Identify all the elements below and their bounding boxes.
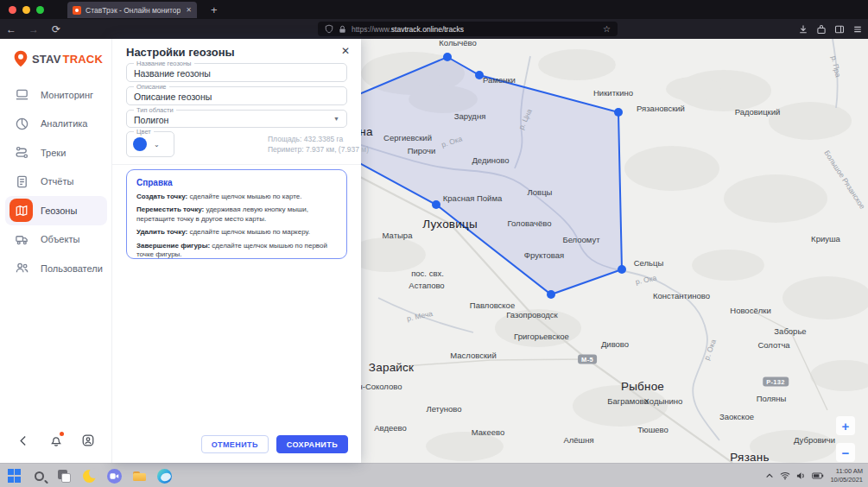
map-place-label: Сельцы bbox=[634, 258, 664, 268]
tab-title: СтавТрэк - Онлайн мониторин bbox=[86, 6, 181, 15]
sidebar-item-tracks[interactable]: Треки bbox=[5, 138, 107, 168]
map-place-label: Алёшня bbox=[563, 435, 593, 445]
users-icon bbox=[14, 261, 29, 276]
sidebar: STAV TRACK МониторингАналитикаТрекиОтчёт… bbox=[0, 39, 112, 463]
map-place-label: Газопроводск bbox=[506, 310, 558, 319]
url-prefix: https://www. bbox=[352, 25, 391, 34]
tab-favicon bbox=[73, 6, 81, 15]
cancel-button[interactable]: ОТМЕНИТЬ bbox=[201, 435, 269, 453]
polygon-vertex-marker[interactable] bbox=[432, 200, 440, 209]
map-place-label: Ходынино bbox=[644, 396, 683, 406]
help-item: Завершение фигуры: сделайте щелчок мышью… bbox=[136, 242, 337, 260]
panel-divider bbox=[112, 164, 361, 165]
menu-icon[interactable] bbox=[852, 24, 863, 35]
navbar-right-icons bbox=[798, 19, 863, 39]
map-place-label: Дубровичи bbox=[794, 435, 835, 445]
color-picker[interactable]: Цвет ⌄ bbox=[126, 131, 174, 157]
sidebar-nav: МониторингАналитикаТрекиОтчётыГеозоныОбъ… bbox=[0, 80, 112, 283]
wifi-icon[interactable] bbox=[780, 471, 790, 480]
battery-icon[interactable] bbox=[812, 472, 824, 479]
map-place-label: Раменки bbox=[483, 75, 516, 85]
help-card: Справка Создать точку: сделайте щелчок м… bbox=[126, 169, 347, 259]
sidebar-item-label: Аналитика bbox=[41, 118, 87, 129]
geozone-description-label: Описание bbox=[134, 83, 169, 91]
tracks-icon bbox=[14, 145, 29, 161]
extensions-icon[interactable] bbox=[816, 24, 827, 35]
download-icon[interactable] bbox=[798, 24, 808, 35]
search-icon[interactable] bbox=[32, 469, 47, 484]
monitor-icon bbox=[14, 87, 29, 103]
sidebar-item-label: Объекты bbox=[41, 234, 79, 244]
tab-close-icon[interactable]: ✕ bbox=[186, 6, 192, 14]
teams-chat-icon[interactable] bbox=[107, 469, 122, 484]
polygon-vertex-marker[interactable] bbox=[618, 265, 626, 274]
shield-icon bbox=[325, 24, 333, 34]
tray-chevron-icon[interactable] bbox=[765, 472, 774, 479]
sidebar-toggle-icon[interactable] bbox=[834, 24, 845, 35]
map-place-label: Новосёлки bbox=[730, 306, 770, 315]
area-type-label: Тип области bbox=[134, 106, 176, 114]
polygon-vertex-marker[interactable] bbox=[443, 53, 452, 61]
map-place-label: Матыра bbox=[383, 231, 413, 240]
back-icon[interactable]: ← bbox=[0, 23, 22, 35]
window-minimize-button[interactable] bbox=[22, 6, 30, 14]
browser-tab[interactable]: СтавТрэк - Онлайн мониторин ✕ bbox=[67, 2, 197, 18]
objects-icon bbox=[14, 231, 29, 247]
geozone-settings-panel: Настройки геозоны ✕ Название геозоны Наз… bbox=[112, 39, 361, 463]
window-close-button[interactable] bbox=[9, 6, 16, 14]
sidebar-item-label: Пользователи bbox=[41, 263, 103, 274]
clock-time: 11:00 AM bbox=[830, 467, 863, 477]
map-place-label: Заборье bbox=[774, 326, 806, 336]
app-logo[interactable]: STAV TRACK bbox=[11, 49, 103, 68]
new-tab-button[interactable]: + bbox=[206, 0, 223, 19]
bookmark-star-icon[interactable]: ☆ bbox=[603, 24, 611, 34]
polygon-vertex-marker[interactable] bbox=[614, 108, 623, 117]
map-place-label: Пирочи bbox=[408, 146, 436, 155]
select-caret-icon: ▼ bbox=[333, 116, 339, 122]
map-place-label: Тюшево bbox=[637, 425, 668, 434]
sidebar-item-reports[interactable]: Отчёты bbox=[5, 168, 107, 197]
notifications-bell-icon[interactable] bbox=[49, 433, 63, 451]
map-place-label: Дединово bbox=[472, 155, 509, 165]
task-view-icon[interactable] bbox=[57, 469, 72, 484]
map-place-label: Колычёво bbox=[439, 39, 476, 47]
map-place-label: Рыбное bbox=[621, 380, 664, 393]
map-place-label: Заокское bbox=[719, 412, 754, 421]
moon-app-icon[interactable] bbox=[82, 469, 97, 484]
url-bar[interactable]: https://www.stavtrack.online/tracks ☆ bbox=[318, 22, 618, 36]
color-swatch[interactable] bbox=[133, 137, 147, 151]
sidebar-item-objects[interactable]: Объекты bbox=[5, 225, 107, 255]
reload-icon[interactable]: ⟳ bbox=[45, 23, 67, 35]
map-place-label: Павловское bbox=[470, 300, 515, 310]
sidebar-item-users[interactable]: Пользователи bbox=[5, 254, 107, 283]
color-label: Цвет bbox=[134, 128, 154, 136]
chevron-down-icon: ⌄ bbox=[154, 141, 160, 149]
file-explorer-icon[interactable] bbox=[132, 469, 147, 484]
help-item: Создать точку: сделайте щелчок мышью по … bbox=[136, 193, 337, 201]
edge-browser-icon[interactable] bbox=[157, 469, 172, 484]
taskbar-tray: 11:00 AM 10/05/2021 bbox=[765, 464, 863, 487]
account-icon[interactable] bbox=[81, 433, 95, 451]
taskbar-clock[interactable]: 11:00 AM 10/05/2021 bbox=[830, 467, 863, 485]
window-maximize-button[interactable] bbox=[36, 6, 44, 14]
logo-pin-icon bbox=[11, 49, 30, 68]
geozone-description-field[interactable]: Описание Описание геозоны bbox=[126, 86, 347, 105]
panel-close-icon[interactable]: ✕ bbox=[341, 45, 350, 57]
geozone-name-field[interactable]: Название геозоны Название геозоны bbox=[126, 63, 347, 82]
save-button[interactable]: СОХРАНИТЬ bbox=[276, 435, 348, 453]
browser-tabstrip: СтавТрэк - Онлайн мониторин ✕ + bbox=[0, 0, 868, 19]
map-canvas[interactable]: КолычёвоРаменкиНикиткиноРязановскийРадов… bbox=[361, 39, 868, 463]
volume-icon[interactable] bbox=[796, 471, 806, 480]
sidebar-item-geozones[interactable]: Геозоны bbox=[5, 196, 107, 225]
polygon-vertex-marker[interactable] bbox=[547, 290, 555, 299]
map-place-label: Радовицкий bbox=[735, 107, 781, 117]
area-type-select[interactable]: Тип области Полигон ▼ bbox=[126, 110, 347, 128]
map-place-label: Солотча bbox=[757, 340, 789, 350]
collapse-back-icon[interactable] bbox=[17, 434, 30, 451]
zoom-out-button[interactable]: − bbox=[836, 443, 855, 462]
sidebar-item-analytics[interactable]: Аналитика bbox=[5, 110, 107, 139]
zoom-in-button[interactable]: + bbox=[836, 416, 855, 435]
forward-icon[interactable]: → bbox=[22, 23, 45, 35]
sidebar-item-monitoring[interactable]: Мониторинг bbox=[5, 80, 107, 110]
start-button-icon[interactable] bbox=[7, 469, 22, 484]
